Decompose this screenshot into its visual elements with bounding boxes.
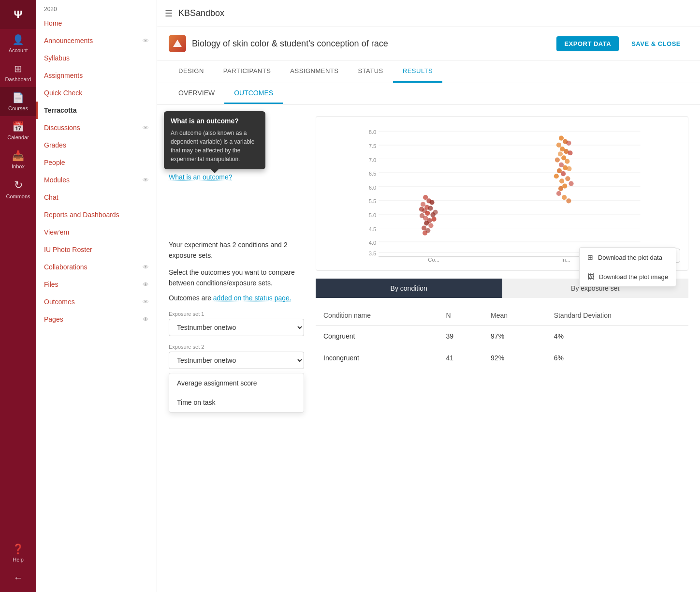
nav-help[interactable]: ❓ Help (0, 538, 36, 567)
table-header: Condition name N Mean Standard Deviation (316, 306, 688, 326)
table-row: Congruent 39 97% 4% (316, 326, 688, 347)
sidebar-item-files[interactable]: Files 👁 (36, 276, 157, 293)
topbar-title: KBSandbox (178, 8, 224, 18)
svg-point-41 (419, 207, 424, 212)
cell-sd-incongruent: 6% (546, 347, 688, 369)
download-plot-data[interactable]: ⊞ Download the plot data (580, 248, 676, 267)
sidebar-item-grades[interactable]: Grades (36, 136, 157, 154)
cell-mean-incongruent: 92% (483, 347, 546, 369)
sidebar: 2020 Home Announcements 👁 Syllabus Assig… (36, 0, 157, 592)
outcome-link-row: What is an outcome? (169, 169, 304, 181)
svg-point-54 (565, 159, 569, 164)
cell-n-congruent: 39 (438, 326, 483, 347)
sidebar-item-home[interactable]: Home (36, 15, 157, 32)
tab-design[interactable]: DESIGN (169, 60, 214, 83)
subtab-overview[interactable]: OVERVIEW (169, 83, 224, 104)
outcome-link[interactable]: What is an outcome? (169, 173, 233, 181)
download-dropdown: ⊞ Download the plot data 🖼 Download the … (579, 247, 676, 287)
svg-point-62 (559, 178, 564, 183)
svg-point-31 (425, 211, 430, 216)
svg-text:5.0: 5.0 (369, 212, 377, 218)
svg-point-46 (556, 143, 561, 148)
eye-icon: 👁 (143, 281, 149, 288)
sidebar-item-quickcheck[interactable]: Quick Check (36, 84, 157, 102)
topbar: ☰ KBSandbox (157, 0, 700, 27)
svg-point-67 (562, 195, 567, 200)
svg-point-58 (567, 166, 571, 171)
exposure2-group: Exposure set 2 Testnumber onetwo (169, 344, 304, 369)
cell-mean-congruent: 97% (483, 326, 546, 347)
eye-icon: 👁 (143, 177, 149, 184)
sidebar-item-discussions[interactable]: Discussions 👁 (36, 119, 157, 136)
sidebar-item-syllabus[interactable]: Syllabus (36, 49, 157, 67)
sidebar-item-pages[interactable]: Pages 👁 (36, 311, 157, 328)
save-close-button[interactable]: SAVE & CLOSE (624, 36, 688, 51)
sidebar-item-collaborations[interactable]: Collaborations 👁 (36, 258, 157, 276)
svg-point-63 (569, 181, 573, 186)
chart-container: 8.0 7.5 7.0 6.5 6.0 5.5 5.0 4.5 4.0 3.5 (316, 116, 688, 271)
subtab-outcomes[interactable]: OUTCOMES (224, 83, 283, 104)
svg-text:In...: In... (561, 257, 570, 263)
tooltip-box: What is an outcome? An outcome (also kno… (164, 111, 265, 169)
nav-inbox[interactable]: 📥 Inbox (0, 145, 36, 174)
experiment-title-row: Biology of skin color & student's concep… (169, 35, 388, 52)
svg-text:Co...: Co... (428, 257, 439, 263)
tab-results[interactable]: RESULTS (393, 60, 443, 83)
sidebar-item-reports[interactable]: Reports and Dashboards (36, 206, 157, 223)
svg-text:6.0: 6.0 (369, 185, 377, 191)
by-condition-button[interactable]: By condition (316, 279, 502, 298)
sidebar-item-people[interactable]: People (36, 154, 157, 171)
svg-text:3.5: 3.5 (369, 251, 377, 256)
exposure1-select[interactable]: Testnumber onetwo (169, 319, 304, 336)
svg-point-50 (558, 151, 563, 156)
info-text: Your experiment has 2 conditions and 2 e… (169, 239, 304, 303)
svg-point-60 (554, 174, 559, 178)
nav-calendar[interactable]: 📅 Calendar (0, 116, 36, 145)
app-logo[interactable]: Ψ (0, 0, 36, 29)
table-body: Congruent 39 97% 4% Incongruent 41 92% 6… (316, 326, 688, 369)
download-plot-image[interactable]: 🖼 Download the plot image (580, 267, 676, 286)
export-data-button[interactable]: EXPORT DATA (556, 36, 619, 51)
scatter-chart: 8.0 7.5 7.0 6.5 6.0 5.5 5.0 4.5 4.0 3.5 (324, 124, 680, 263)
eye-icon: 👁 (143, 124, 149, 132)
col-mean: Mean (483, 306, 546, 326)
left-panel: What is an outcome? An outcome (also kno… (169, 116, 304, 413)
tab-participants[interactable]: PARTICIPANTS (214, 60, 280, 83)
tabs-bar: DESIGN PARTICIPANTS ASSIGNMENTS STATUS R… (157, 60, 700, 83)
sidebar-item-viewem[interactable]: View'em (36, 223, 157, 241)
nav-account[interactable]: 👤 Account (0, 29, 36, 58)
svg-point-59 (561, 171, 566, 176)
sidebar-item-modules[interactable]: Modules 👁 (36, 171, 157, 189)
outcome-option-time-on-task[interactable]: Time on task (169, 393, 304, 412)
status-page-link[interactable]: added on the status page. (213, 293, 292, 303)
results-table: Condition name N Mean Standard Deviation… (316, 306, 688, 369)
sidebar-item-terracotta[interactable]: Terracotta (36, 102, 157, 119)
nav-courses[interactable]: 📄 Courses (0, 87, 36, 116)
exposure2-label: Exposure set 2 (169, 344, 304, 350)
image-icon: 🖼 (587, 273, 594, 281)
sidebar-item-chat[interactable]: Chat (36, 189, 157, 206)
experiment-title: Biology of skin color & student's concep… (192, 39, 388, 49)
outcome-option-avg-score[interactable]: Average assignment score (169, 373, 304, 393)
col-n: N (438, 306, 483, 326)
tab-status[interactable]: STATUS (348, 60, 393, 83)
hamburger-icon[interactable]: ☰ (165, 8, 173, 19)
sidebar-item-assignments[interactable]: Assignments (36, 67, 157, 84)
exposure1-label: Exposure set 1 (169, 311, 304, 317)
sub-tabs-bar: OVERVIEW OUTCOMES (157, 83, 700, 104)
tab-assignments[interactable]: ASSIGNMENTS (280, 60, 348, 83)
svg-text:7.5: 7.5 (369, 143, 377, 149)
cell-condition-incongruent: Incongruent (316, 347, 438, 369)
sidebar-item-announcements[interactable]: Announcements 👁 (36, 32, 157, 49)
tooltip-body: An outcome (also known as a dependent va… (171, 129, 259, 163)
sidebar-item-iuphoto[interactable]: IU Photo Roster (36, 241, 157, 258)
svg-point-30 (428, 206, 433, 211)
exposure2-select[interactable]: Testnumber onetwo (169, 352, 304, 369)
nav-commons[interactable]: ↻ Commons (0, 174, 36, 204)
svg-point-27 (429, 200, 434, 205)
nav-dashboard[interactable]: ⊞ Dashboard (0, 58, 36, 87)
nav-collapse[interactable]: ← (0, 567, 36, 588)
svg-point-51 (568, 150, 572, 155)
svg-text:6.5: 6.5 (369, 171, 377, 177)
sidebar-item-outcomes[interactable]: Outcomes 👁 (36, 293, 157, 311)
